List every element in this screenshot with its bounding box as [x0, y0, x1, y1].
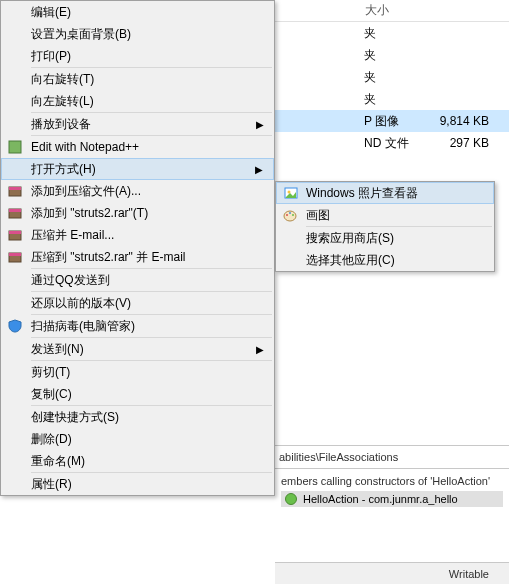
- svg-rect-2: [9, 187, 21, 190]
- menu-label: 重命名(M): [31, 453, 85, 470]
- menu-set-desktop-background[interactable]: 设置为桌面背景(B): [1, 23, 274, 45]
- menu-cast-to-device[interactable]: 播放到设备 ▶: [1, 113, 274, 135]
- menu-create-shortcut[interactable]: 创建快捷方式(S): [1, 406, 274, 428]
- ide-search-desc: embers calling constructors of 'HelloAct…: [281, 475, 503, 487]
- menu-properties[interactable]: 属性(R): [1, 473, 274, 495]
- notepadpp-icon: [7, 139, 23, 155]
- menu-add-to-struts-rar[interactable]: 添加到 "struts2.rar"(T): [1, 202, 274, 224]
- submenu-choose-another-app[interactable]: 选择其他应用(C): [276, 249, 494, 271]
- menu-scan-virus[interactable]: 扫描病毒(电脑管家): [1, 315, 274, 337]
- file-type: 夹: [364, 25, 419, 42]
- menu-label: 扫描病毒(电脑管家): [31, 318, 135, 335]
- svg-rect-8: [9, 253, 21, 256]
- file-row-selected[interactable]: P 图像 9,814 KB: [275, 110, 509, 132]
- paint-icon: [282, 207, 298, 223]
- submenu-search-store[interactable]: 搜索应用商店(S): [276, 227, 494, 249]
- ide-search-panel: embers calling constructors of 'HelloAct…: [275, 468, 509, 511]
- menu-edit-with-notepadpp[interactable]: Edit with Notepad++: [1, 136, 274, 158]
- menu-qq-send-to[interactable]: 通过QQ发送到: [1, 269, 274, 291]
- ide-search-result[interactable]: HelloAction - com.junmr.a_hello: [281, 491, 503, 507]
- svg-rect-6: [9, 231, 21, 234]
- status-writable: Writable: [449, 568, 489, 580]
- menu-add-to-archive[interactable]: 添加到压缩文件(A)...: [1, 180, 274, 202]
- menu-label: 播放到设备: [31, 116, 91, 133]
- file-row[interactable]: 夹: [275, 44, 509, 66]
- menu-label: 压缩并 E-mail...: [31, 227, 114, 244]
- file-type: 夹: [364, 47, 419, 64]
- file-type: 夹: [364, 91, 419, 108]
- menu-compress-and-email[interactable]: 压缩并 E-mail...: [1, 224, 274, 246]
- file-row[interactable]: 夹: [275, 88, 509, 110]
- shield-icon: [7, 318, 23, 334]
- menu-label: 添加到压缩文件(A)...: [31, 183, 141, 200]
- context-menu: 编辑(E) 设置为桌面背景(B) 打印(P) 向右旋转(T) 向左旋转(L) 播…: [0, 0, 275, 496]
- ide-tabbar: abilities\FileAssociations: [275, 446, 509, 468]
- class-icon: [285, 493, 297, 505]
- svg-point-12: [286, 214, 288, 216]
- winrar-icon: [7, 227, 23, 243]
- menu-label: 压缩到 "struts2.rar" 并 E-mail: [31, 249, 186, 266]
- menu-open-with[interactable]: 打开方式(H) ▶: [1, 158, 274, 180]
- ide-result-text: HelloAction - com.junmr.a_hello: [303, 493, 458, 505]
- menu-rotate-right[interactable]: 向右旋转(T): [1, 68, 274, 90]
- menu-label: 通过QQ发送到: [31, 272, 110, 289]
- menu-copy[interactable]: 复制(C): [1, 383, 274, 405]
- menu-label: 向左旋转(L): [31, 93, 94, 110]
- chevron-right-icon: ▶: [256, 119, 264, 130]
- file-type: 夹: [364, 69, 419, 86]
- winrar-icon: [7, 249, 23, 265]
- menu-label: 编辑(E): [31, 4, 71, 21]
- column-size: 大小: [365, 2, 389, 19]
- ide-tab-path: abilities\FileAssociations: [279, 451, 398, 463]
- menu-cut[interactable]: 剪切(T): [1, 361, 274, 383]
- menu-delete[interactable]: 删除(D): [1, 428, 274, 450]
- file-row[interactable]: ND 文件 297 KB: [275, 132, 509, 154]
- open-with-submenu: Windows 照片查看器 画图 搜索应用商店(S) 选择其他应用(C): [275, 181, 495, 272]
- winrar-icon: [7, 205, 23, 221]
- file-row[interactable]: 夹: [275, 22, 509, 44]
- menu-send-to[interactable]: 发送到(N) ▶: [1, 338, 274, 360]
- menu-compress-struts-email[interactable]: 压缩到 "struts2.rar" 并 E-mail: [1, 246, 274, 268]
- menu-label: 添加到 "struts2.rar"(T): [31, 205, 148, 222]
- menu-edit[interactable]: 编辑(E): [1, 1, 274, 23]
- explorer-header: 大小: [275, 0, 509, 22]
- menu-label: Edit with Notepad++: [31, 140, 139, 154]
- chevron-right-icon: ▶: [256, 344, 264, 355]
- menu-print[interactable]: 打印(P): [1, 45, 274, 67]
- svg-rect-4: [9, 209, 21, 212]
- ide-status-bar: Writable: [275, 562, 509, 584]
- menu-rename[interactable]: 重命名(M): [1, 450, 274, 472]
- menu-label: 打印(P): [31, 48, 71, 65]
- menu-label: 发送到(N): [31, 341, 84, 358]
- menu-label: 属性(R): [31, 476, 72, 493]
- submenu-label: 选择其他应用(C): [306, 252, 395, 269]
- submenu-label: 画图: [306, 207, 330, 224]
- submenu-windows-photo-viewer[interactable]: Windows 照片查看器: [276, 182, 494, 204]
- menu-label: 打开方式(H): [31, 161, 96, 178]
- menu-rotate-left[interactable]: 向左旋转(L): [1, 90, 274, 112]
- menu-restore-previous-versions[interactable]: 还原以前的版本(V): [1, 292, 274, 314]
- file-type: ND 文件: [364, 135, 419, 152]
- menu-label: 创建快捷方式(S): [31, 409, 119, 426]
- photo-viewer-icon: [283, 185, 299, 201]
- submenu-paint[interactable]: 画图: [276, 204, 494, 226]
- file-row[interactable]: 夹: [275, 66, 509, 88]
- svg-rect-0: [9, 141, 21, 153]
- submenu-label: Windows 照片查看器: [306, 185, 418, 202]
- menu-label: 删除(D): [31, 431, 72, 448]
- file-size: 9,814 KB: [419, 114, 489, 128]
- svg-point-13: [289, 212, 291, 214]
- menu-label: 复制(C): [31, 386, 72, 403]
- menu-label: 设置为桌面背景(B): [31, 26, 131, 43]
- file-size: 297 KB: [419, 136, 489, 150]
- submenu-label: 搜索应用商店(S): [306, 230, 394, 247]
- file-list: 夹 夹 夹 夹 P 图像 9,814 KB ND 文件 297 KB: [275, 22, 509, 154]
- file-type: P 图像: [364, 113, 419, 130]
- menu-label: 还原以前的版本(V): [31, 295, 131, 312]
- winrar-icon: [7, 183, 23, 199]
- svg-point-14: [292, 214, 294, 216]
- chevron-right-icon: ▶: [255, 164, 263, 175]
- menu-label: 剪切(T): [31, 364, 70, 381]
- menu-label: 向右旋转(T): [31, 71, 94, 88]
